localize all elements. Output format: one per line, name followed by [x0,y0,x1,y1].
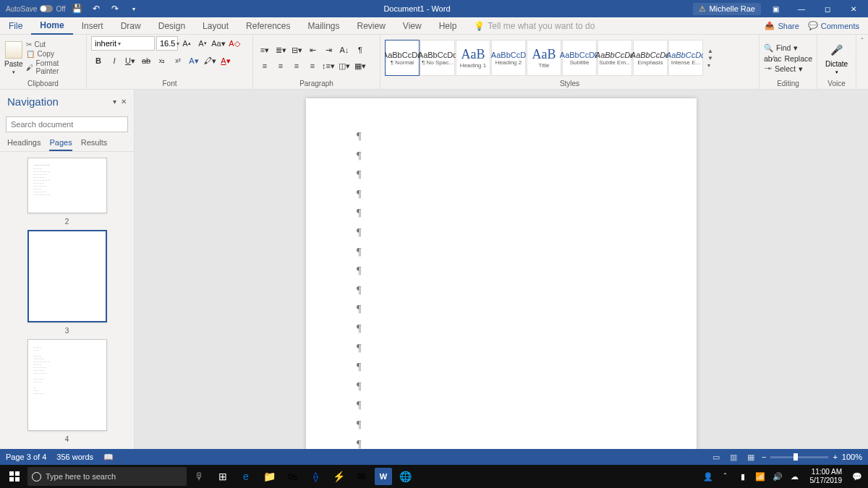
tab-layout[interactable]: Layout [194,17,237,35]
volume-icon[interactable]: 🔊 [771,472,784,481]
select-button[interactable]: ⭲Select ▾ [764,64,812,73]
tab-view[interactable]: View [394,17,430,35]
shrink-font-button[interactable]: A▾ [195,36,210,51]
edge-icon[interactable]: e [236,466,256,487]
font-name-combo[interactable]: inherit [91,36,155,51]
tab-design[interactable]: Design [150,17,194,35]
sort-button[interactable]: A↓ [337,43,352,57]
cortana-mic-icon[interactable]: 🎙 [190,466,210,487]
strikethrough-button[interactable]: ab [139,53,153,68]
change-case-button[interactable]: Aa▾ [211,36,226,51]
superscript-button[interactable]: x² [171,53,185,68]
find-button[interactable]: 🔍Find ▾ [764,43,812,53]
notifications-icon[interactable]: 💬 [851,472,864,481]
tab-mailings[interactable]: Mailings [299,17,348,35]
word-icon[interactable]: W [375,468,392,485]
ribbon-display-icon[interactable]: ▣ [764,0,787,17]
format-painter-button[interactable]: 🖌Format Painter [26,59,82,75]
styles-scroll-up-icon[interactable]: ▲ [707,48,713,54]
print-layout-icon[interactable]: ▥ [727,451,740,463]
tab-review[interactable]: Review [349,17,394,35]
people-icon[interactable]: 👤 [702,472,715,481]
replace-button[interactable]: ab⁄acReplace [764,54,812,63]
close-icon[interactable]: ✕ [842,0,865,17]
borders-button[interactable]: ▦▾ [353,59,367,73]
line-spacing-button[interactable]: ↕≡▾ [321,59,336,73]
copy-button[interactable]: 📋Copy [26,50,82,58]
tab-file[interactable]: File [0,17,31,35]
document-page[interactable]: ¶ ¶ ¶ ¶ ¶ ¶ ¶ ¶ ¶ ¶ ¶ ¶ ¶ ¶ ¶ ¶ ¶ [306,98,697,449]
page-thumbnail-1[interactable]: — — — — — — — — —— — — — — —— — — — —— —… [27,158,107,213]
redo-icon[interactable]: ↷ [108,1,122,16]
zoom-slider[interactable] [770,456,828,458]
nav-tab-pages[interactable]: Pages [49,138,72,151]
styles-more-icon[interactable]: ▾ [707,62,713,69]
paste-button[interactable]: Paste ▾ [4,41,23,75]
nav-search-input[interactable] [6,116,128,132]
style-subtitle[interactable]: AaBbCcD0Subtitle [562,40,597,76]
task-view-icon[interactable]: ⊞ [213,466,233,487]
page-indicator[interactable]: Page 3 of 4 [6,453,46,462]
chrome-icon[interactable]: 🌐 [395,466,415,487]
onedrive-icon[interactable]: ☁ [788,472,801,481]
save-icon[interactable]: 💾 [70,1,85,16]
cut-button[interactable]: ✂Cut [26,40,82,48]
italic-button[interactable]: I [107,53,122,68]
font-size-combo[interactable]: 16.5 [156,36,178,51]
user-account[interactable]: ⚠ Michelle Rae [693,3,761,15]
qat-customize-icon[interactable]: ▾ [127,1,141,16]
spellcheck-icon[interactable]: 📖 [103,453,114,462]
bold-button[interactable]: B [91,53,106,68]
clock[interactable]: 11:00 AM 5/17/2019 [806,468,847,485]
tab-help[interactable]: Help [430,17,466,35]
tab-references[interactable]: References [237,17,299,35]
text-effects-button[interactable]: A▾ [187,53,201,68]
bullets-button[interactable]: ≡▾ [258,43,272,57]
autosave-toggle[interactable]: AutoSave Off [6,5,66,13]
nav-tab-results[interactable]: Results [81,138,108,151]
dropbox-icon[interactable]: ⟠ [305,466,326,487]
underline-button[interactable]: U▾ [123,53,137,68]
style-intense-e---[interactable]: AaBbCcDdIntense E... [668,40,703,76]
word-count[interactable]: 356 words [56,453,93,462]
styles-scroll-down-icon[interactable]: ▼ [707,55,713,61]
highlight-button[interactable]: 🖍▾ [203,53,217,68]
read-mode-icon[interactable]: ▭ [710,451,723,463]
start-button[interactable] [4,466,25,487]
style-heading-2[interactable]: AaBbCcDHeading 2 [491,40,526,76]
multilevel-button[interactable]: ⊟▾ [289,43,304,57]
styles-gallery[interactable]: AaBbCcDd¶ NormalAaBbCcDd¶ No Spac...AaBH… [385,40,703,76]
tab-home[interactable]: Home [31,17,72,35]
undo-icon[interactable]: ↶ [89,1,103,16]
style-emphasis[interactable]: AaBbCcDdEmphasis [633,40,668,76]
taskbar-search[interactable]: Type here to search [27,467,187,486]
style-heading-1[interactable]: AaBHeading 1 [456,40,490,76]
mail-icon[interactable]: ✉ [352,466,372,487]
web-layout-icon[interactable]: ▦ [744,451,757,463]
store-icon[interactable]: 🛍 [282,466,302,487]
collapse-ribbon-icon[interactable]: ˆ [861,38,863,46]
tab-draw[interactable]: Draw [112,17,150,35]
zoom-in-icon[interactable]: + [833,453,837,461]
comments-button[interactable]: 💬Comments [808,21,859,30]
shading-button[interactable]: ◫▾ [337,59,352,73]
subscript-button[interactable]: x₂ [155,53,169,68]
page-thumbnail-3[interactable]: — — —— —— — —— — — —— — — — — —— — —— — … [27,339,107,431]
align-right-button[interactable]: ≡ [289,59,304,73]
zoom-out-icon[interactable]: − [762,453,766,461]
increase-indent-button[interactable]: ⇥ [321,43,336,57]
align-left-button[interactable]: ≡ [258,59,272,73]
style-subtle-em---[interactable]: AaBbCcDdSubtle Em... [597,40,632,76]
tell-me-search[interactable]: 💡 Tell me what you want to do [465,21,765,31]
nav-tab-headings[interactable]: Headings [7,138,41,151]
style---no-spac---[interactable]: AaBbCcDd¶ No Spac... [420,40,455,76]
align-center-button[interactable]: ≡ [273,59,288,73]
show-marks-button[interactable]: ¶ [353,43,367,57]
document-area[interactable]: ¶ ¶ ¶ ¶ ¶ ¶ ¶ ¶ ¶ ¶ ¶ ¶ ¶ ¶ ¶ ¶ ¶ [135,90,868,449]
style---normal[interactable]: AaBbCcDd¶ Normal [385,40,420,76]
wifi-icon[interactable]: 📶 [754,472,767,481]
dictate-button[interactable]: 🎤 Dictate ▾ [825,41,848,75]
decrease-indent-button[interactable]: ⇤ [305,43,320,57]
style-title[interactable]: AaBTitle [527,40,561,76]
app-icon[interactable]: ⚡ [328,466,349,487]
